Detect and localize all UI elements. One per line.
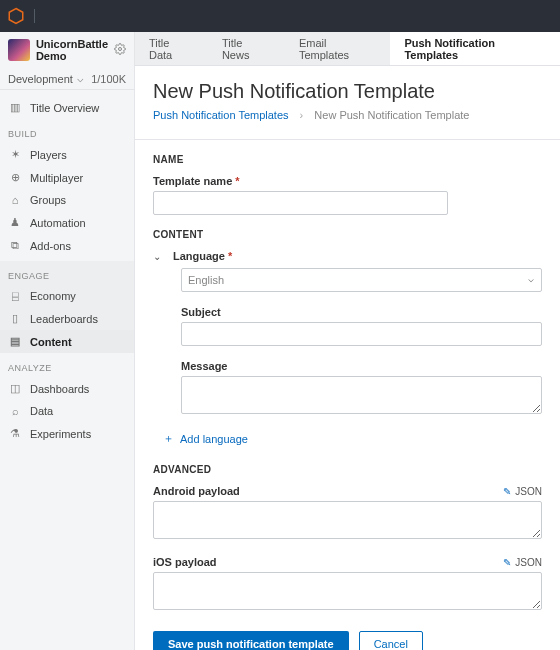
experiments-icon: ⚗ (8, 427, 22, 440)
sidebar-item-label: Data (30, 405, 53, 417)
message-textarea[interactable] (181, 376, 542, 414)
dashboards-icon: ◫ (8, 382, 22, 395)
breadcrumb: Push Notification Templates › New Push N… (153, 109, 542, 121)
section-content-label: CONTENT (153, 229, 542, 240)
studio-name: UnicornBattle Demo (36, 38, 108, 62)
section-build-label: BUILD (0, 119, 134, 143)
tab-title-data[interactable]: Title Data (135, 32, 208, 65)
sidebar-item-groups[interactable]: ⌂Groups (0, 189, 134, 211)
cancel-button[interactable]: Cancel (359, 631, 423, 650)
tab-label: Title News (222, 37, 271, 61)
studio-icon (8, 39, 30, 61)
tab-email-templates[interactable]: Email Templates (285, 32, 390, 65)
field-language: English (181, 268, 542, 292)
chevron-down-icon: ⌵ (77, 72, 84, 85)
content-area: Title Data Title News Email Templates Pu… (135, 32, 560, 650)
button-row: Save push notification template Cancel (153, 631, 542, 650)
language-label: Language * (173, 250, 232, 262)
sidebar-item-label: Experiments (30, 428, 91, 440)
template-name-label: Template name * (153, 175, 448, 187)
sidebar-item-label: Economy (30, 290, 76, 302)
environment-selector[interactable]: Development ⌵ 1/100K (0, 68, 134, 90)
overview-icon: ▥ (8, 101, 22, 114)
add-language-button[interactable]: ＋ Add language (163, 431, 542, 446)
players-icon: ✶ (8, 148, 22, 161)
economy-icon: ⌸ (8, 290, 22, 302)
brand-logo-icon (6, 6, 26, 26)
section-advanced-label: ADVANCED (153, 464, 542, 475)
ios-payload-textarea[interactable] (153, 572, 542, 610)
sidebar-item-data[interactable]: ⌕Data (0, 400, 134, 422)
section-name-label: NAME (153, 154, 542, 165)
chevron-right-icon: › (300, 109, 304, 121)
addons-icon: ⧉ (8, 239, 22, 252)
field-subject: Subject (181, 306, 542, 346)
sidebar-item-label: Automation (30, 217, 86, 229)
pencil-icon: ✎ (503, 486, 511, 497)
top-bar (0, 0, 560, 32)
sidebar-item-automation[interactable]: ♟Automation (0, 211, 134, 234)
sidebar-item-multiplayer[interactable]: ⊕Multiplayer (0, 166, 134, 189)
tab-label: Email Templates (299, 37, 376, 61)
sidebar-item-label: Players (30, 149, 67, 161)
sidebar-item-content[interactable]: ▤Content (0, 330, 134, 353)
page-body: New Push Notification Template Push Noti… (135, 66, 560, 650)
tab-label: Title Data (149, 37, 194, 61)
sidebar-item-label: Title Overview (30, 102, 99, 114)
page-title: New Push Notification Template (153, 80, 542, 103)
sidebar-item-leaderboards[interactable]: ▯Leaderboards (0, 307, 134, 330)
plus-icon: ＋ (163, 431, 174, 446)
json-badge-label: JSON (515, 486, 542, 497)
content-icon: ▤ (8, 335, 22, 348)
sidebar-item-label: Dashboards (30, 383, 89, 395)
sidebar-item-overview[interactable]: ▥ Title Overview (0, 96, 134, 119)
content-tabs: Title Data Title News Email Templates Pu… (135, 32, 560, 66)
svg-point-1 (119, 48, 122, 51)
tab-push-templates[interactable]: Push Notification Templates (390, 32, 560, 65)
field-template-name: Template name * (153, 175, 448, 215)
pencil-icon: ✎ (503, 557, 511, 568)
field-android-payload: Android payload ✎ JSON (153, 485, 542, 542)
tab-label: Push Notification Templates (404, 37, 546, 61)
json-edit-android[interactable]: ✎ JSON (503, 486, 542, 497)
studio-header[interactable]: UnicornBattle Demo (0, 32, 134, 68)
save-button[interactable]: Save push notification template (153, 631, 349, 650)
subject-label: Subject (181, 306, 542, 318)
add-language-label: Add language (180, 433, 248, 445)
ios-payload-label: iOS payload (153, 556, 217, 568)
sidebar-item-label: Content (30, 336, 72, 348)
chevron-down-icon[interactable]: ⌄ (153, 251, 165, 262)
sidebar-item-label: Leaderboards (30, 313, 98, 325)
sidebar-item-addons[interactable]: ⧉Add-ons (0, 234, 134, 257)
divider (135, 139, 560, 140)
svg-marker-0 (9, 9, 23, 24)
divider (34, 9, 35, 23)
sidebar-item-experiments[interactable]: ⚗Experiments (0, 422, 134, 445)
template-name-input[interactable] (153, 191, 448, 215)
data-icon: ⌕ (8, 405, 22, 417)
tab-title-news[interactable]: Title News (208, 32, 285, 65)
json-edit-ios[interactable]: ✎ JSON (503, 557, 542, 568)
gear-icon[interactable] (114, 43, 126, 57)
subject-input[interactable] (181, 322, 542, 346)
section-engage-label: ENGAGE (0, 261, 134, 285)
sidebar-item-label: Groups (30, 194, 66, 206)
multiplayer-icon: ⊕ (8, 171, 22, 184)
language-select[interactable]: English (181, 268, 542, 292)
json-badge-label: JSON (515, 557, 542, 568)
message-label: Message (181, 360, 542, 372)
android-payload-textarea[interactable] (153, 501, 542, 539)
groups-icon: ⌂ (8, 194, 22, 206)
sidebar-item-players[interactable]: ✶Players (0, 143, 134, 166)
field-ios-payload: iOS payload ✎ JSON (153, 556, 542, 613)
sidebar-item-label: Add-ons (30, 240, 71, 252)
breadcrumb-parent[interactable]: Push Notification Templates (153, 109, 289, 121)
android-payload-label: Android payload (153, 485, 240, 497)
field-message: Message (181, 360, 542, 417)
language-header: ⌄ Language * (153, 250, 542, 262)
sidebar-item-economy[interactable]: ⌸Economy (0, 285, 134, 307)
sidebar-item-dashboards[interactable]: ◫Dashboards (0, 377, 134, 400)
section-analyze-label: ANALYZE (0, 353, 134, 377)
sidebar-item-label: Multiplayer (30, 172, 83, 184)
automation-icon: ♟ (8, 216, 22, 229)
